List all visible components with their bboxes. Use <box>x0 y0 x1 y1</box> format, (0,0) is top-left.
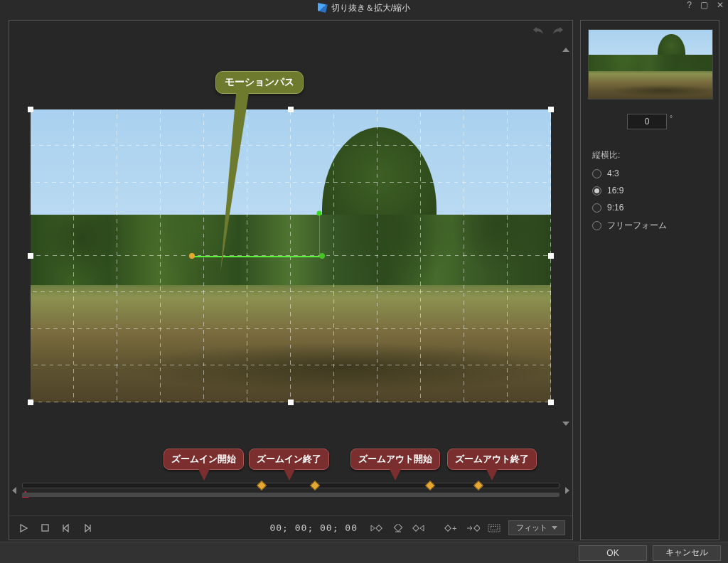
degree-symbol: ° <box>670 114 673 122</box>
motion-path-start-node[interactable] <box>189 253 195 259</box>
svg-rect-6 <box>413 525 419 530</box>
properties-panel: ° 縦横比: 4:3 16:9 9:16 フリーフォーム <box>580 20 719 540</box>
svg-rect-7 <box>445 525 451 530</box>
callout-label: ズームアウト終了 <box>455 454 529 464</box>
button-label: キャンセル <box>665 547 708 559</box>
play-button[interactable] <box>16 521 31 535</box>
safe-zone-button[interactable] <box>487 521 501 535</box>
aspect-option-label: 9:16 <box>607 203 623 213</box>
aspect-option-16-9[interactable]: 16:9 <box>592 186 712 195</box>
next-keyframe-button[interactable] <box>412 521 426 535</box>
svg-rect-10 <box>488 525 500 532</box>
motion-path-end-node[interactable] <box>319 253 325 259</box>
svg-rect-3 <box>376 525 382 530</box>
undo-button[interactable] <box>531 23 545 37</box>
callout-label: ズームアウト開始 <box>358 454 432 464</box>
rotation-stem <box>319 213 320 254</box>
crop-handle-r[interactable] <box>548 253 554 259</box>
crop-handle-tr[interactable] <box>548 107 554 112</box>
crop-handle-l[interactable] <box>28 253 33 259</box>
crop-handle-tl[interactable] <box>28 107 33 112</box>
svg-rect-0 <box>42 525 48 531</box>
svg-rect-9 <box>474 525 480 530</box>
preview-thumbnail <box>588 29 713 100</box>
keyframe-zoom-in-end[interactable] <box>310 481 320 490</box>
aspect-option-label: フリーフォーム <box>607 220 667 232</box>
preview-area <box>9 36 572 476</box>
aspect-ratio-label: 縦横比: <box>592 149 712 161</box>
help-icon[interactable]: ? <box>687 0 692 10</box>
timeline-scroll-right-icon[interactable] <box>565 487 569 494</box>
zoom-fit-dropdown[interactable]: フィット <box>508 520 565 535</box>
callout-label: モーションパス <box>225 76 294 87</box>
zoom-fit-label: フィット <box>516 522 547 533</box>
timeline-scrollbar[interactable] <box>22 493 560 497</box>
aspect-option-9-16[interactable]: 9:16 <box>592 203 712 213</box>
aspect-option-label: 16:9 <box>607 186 623 195</box>
preview-treeline <box>31 215 551 291</box>
crop-canvas[interactable] <box>31 109 551 402</box>
add-keyframe-button[interactable]: + <box>444 521 459 535</box>
callout-zoom-out-end: ズームアウト終了 <box>447 449 537 470</box>
prev-keyframe-button[interactable] <box>369 521 383 535</box>
radio-icon <box>592 169 601 178</box>
keyframe-track[interactable] <box>22 483 560 488</box>
next-frame-button[interactable] <box>80 521 95 535</box>
title-bar: 切り抜き＆拡大/縮小 ? ▢ ✕ <box>0 0 728 16</box>
motion-path-line[interactable] <box>192 256 322 257</box>
rotation-input[interactable] <box>627 114 667 129</box>
timeline <box>9 476 572 515</box>
button-label: OK <box>606 548 619 558</box>
timeline-scroll-left-icon[interactable] <box>12 487 16 494</box>
callout-motion-path: モーションパス <box>215 71 304 94</box>
stop-button[interactable] <box>38 521 52 535</box>
radio-icon <box>592 186 601 195</box>
svg-rect-11 <box>491 526 498 530</box>
callout-label: ズームイン終了 <box>257 454 321 464</box>
toggle-keyframe-button[interactable] <box>390 521 405 535</box>
keyframe-zoom-in-start[interactable] <box>256 481 266 490</box>
rotation-handle[interactable] <box>317 211 322 216</box>
svg-rect-4 <box>394 524 402 532</box>
close-icon[interactable]: ✕ <box>717 0 724 10</box>
dialog-footer: OK キャンセル <box>0 542 728 563</box>
callout-label: ズームイン開始 <box>171 454 236 464</box>
timecode-display[interactable]: 00; 00; 00; 00 <box>265 522 362 533</box>
cancel-button[interactable]: キャンセル <box>653 545 721 561</box>
window-title: 切り抜き＆拡大/縮小 <box>331 2 410 14</box>
prev-frame-button[interactable] <box>59 521 73 535</box>
keyframe-zoom-out-end[interactable] <box>473 481 483 490</box>
callout-zoom-in-start: ズームイン開始 <box>164 449 244 470</box>
preview-grass <box>31 285 551 402</box>
maximize-icon[interactable]: ▢ <box>700 0 708 10</box>
crop-handle-t[interactable] <box>288 107 294 112</box>
ok-button[interactable]: OK <box>579 545 647 561</box>
aspect-option-4-3[interactable]: 4:3 <box>592 168 712 178</box>
radio-icon <box>592 203 601 213</box>
aspect-option-label: 4:3 <box>607 168 619 178</box>
callout-zoom-out-start: ズームアウト開始 <box>350 449 440 470</box>
chevron-down-icon <box>552 526 557 530</box>
svg-text:+: + <box>452 524 456 532</box>
keyframe-zoom-out-start[interactable] <box>425 481 435 490</box>
crop-handle-bl[interactable] <box>28 400 33 405</box>
playback-bar: 00; 00; 00; 00 + フィット <box>9 515 572 540</box>
callout-zoom-in-end: ズームイン終了 <box>249 449 329 470</box>
crop-handle-b[interactable] <box>288 400 294 405</box>
aspect-option-freeform[interactable]: フリーフォーム <box>592 220 712 232</box>
redo-button[interactable] <box>551 23 565 37</box>
copy-keyframe-button[interactable] <box>466 521 480 535</box>
app-logo-icon <box>318 3 328 13</box>
radio-icon <box>592 221 601 230</box>
crop-handle-br[interactable] <box>548 400 554 405</box>
